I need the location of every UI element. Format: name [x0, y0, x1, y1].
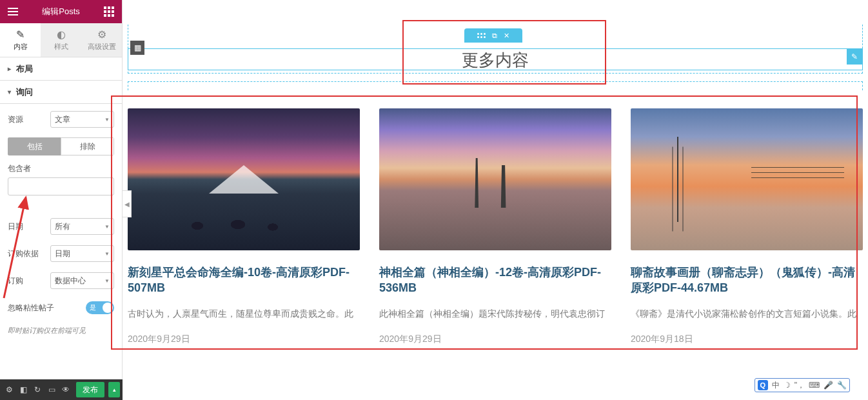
editor-canvas: ◀ ▦ ⧉ ✕ 更多内容 ✎ 新刻星平总会命海全编-10卷-高清原彩PDF-50… [123, 0, 868, 400]
heading-widget[interactable]: 更多内容 ✎ [128, 48, 863, 70]
select-value: 所有 [55, 221, 70, 232]
publish-options[interactable]: ▴ [108, 382, 120, 397]
settings-icon[interactable]: ⚙ [3, 383, 15, 396]
post-excerpt: 此神相全篇（神相全编）题宋代陈抟秘传，明代袁忠彻订 [379, 306, 611, 321]
tool-icon[interactable]: 🔧 [837, 381, 847, 390]
moon-icon[interactable]: ☽ [784, 381, 791, 390]
sidebar-footer: ⚙ ◧ ↻ ▭ 👁 发布 ▴ [0, 379, 123, 400]
source-label: 资源 [8, 114, 46, 125]
caret-down-icon: ▼ [104, 251, 110, 257]
section-query-body: 资源 文章 ▼ 包括 排除 包含者 日期 [0, 104, 122, 337]
post-date: 2020年9月29日 [379, 334, 611, 345]
ime-logo-icon[interactable]: Q [758, 380, 768, 390]
source-select[interactable]: 文章 ▼ [50, 111, 114, 128]
history-icon[interactable]: ↻ [31, 383, 44, 396]
chevron-right-icon: ▸ [8, 65, 11, 72]
publish-button[interactable]: 发布 [76, 382, 104, 397]
section-layout-head[interactable]: ▸ 布局 [0, 57, 122, 81]
date-select[interactable]: 所有 ▼ [50, 218, 114, 235]
publish-label: 发布 [83, 385, 98, 395]
post-excerpt: 古时认为，人禀星气而生，随星位尊卑而成贵贱之命。此 [128, 306, 360, 321]
section-label: 布局 [16, 63, 33, 75]
ime-toolbar[interactable]: Q 中 ☽ "， ⌨ 🎤 🔧 [755, 378, 850, 392]
caret-down-icon: ▼ [104, 224, 110, 230]
orderby-select[interactable]: 日期 ▼ [50, 245, 114, 262]
post-title[interactable]: 新刻星平总会命海全编-10卷-高清原彩PDF-507MB [128, 265, 360, 296]
widget-edit-handle: ⧉ ✕ [464, 28, 522, 43]
include-exclude-group: 包括 排除 [8, 137, 114, 155]
section-outline-2 [128, 81, 863, 90]
tab-label: 样式 [54, 42, 68, 52]
preview-icon[interactable]: 👁 [59, 383, 72, 396]
hamburger-icon [8, 8, 18, 15]
drag-icon[interactable] [477, 33, 486, 38]
caret-down-icon: ▼ [104, 117, 110, 123]
gear-icon: ⚙ [97, 28, 106, 41]
edit-heading-button[interactable]: ✎ [847, 49, 862, 65]
responsive-icon[interactable]: ▭ [45, 383, 58, 396]
by-label: 包含者 [8, 163, 114, 174]
tab-label: 高级设置 [88, 42, 116, 52]
caret-down-icon: ▼ [104, 278, 110, 284]
heading-text: 更多内容 [128, 49, 862, 71]
tab-style[interactable]: ◐ 样式 [41, 23, 81, 57]
order-select[interactable]: 数据中心 ▼ [50, 272, 114, 289]
sticky-toggle[interactable]: 是 [86, 301, 114, 314]
post-date: 2020年9月18日 [631, 334, 863, 345]
section-label: 询问 [16, 86, 33, 98]
menu-button[interactable] [0, 0, 26, 23]
mic-icon[interactable]: 🎤 [824, 381, 833, 390]
editor-sidebar: 编辑Posts ✎ 内容 ◐ 样式 ⚙ 高级设置 ▸ 布局 ▾ 询问 资源 [0, 0, 123, 400]
post-date: 2020年9月29日 [128, 334, 360, 345]
post-title[interactable]: 聊斋故事画册（聊斋志异）（鬼狐传）-高清原彩PDF-44.67MB [631, 265, 863, 296]
chevron-down-icon: ▾ [8, 88, 11, 95]
tab-content[interactable]: ✎ 内容 [0, 23, 41, 57]
apps-button[interactable] [96, 0, 122, 23]
column-handle[interactable]: ▦ [130, 41, 144, 55]
sticky-note: 即时贴订购仅在前端可见 [8, 325, 114, 337]
select-value: 文章 [55, 114, 70, 125]
select-value: 日期 [55, 248, 70, 259]
post-thumbnail [128, 108, 360, 250]
keyboard-icon[interactable]: ⌨ [809, 381, 820, 390]
toggle-label: 是 [86, 303, 96, 312]
post-card[interactable]: 聊斋故事画册（聊斋志异）（鬼狐传）-高清原彩PDF-44.67MB 《聊斋》是清… [631, 108, 863, 345]
section-query-head[interactable]: ▾ 询问 [0, 81, 122, 104]
by-input[interactable] [8, 177, 114, 195]
posts-grid: 新刻星平总会命海全编-10卷-高清原彩PDF-507MB 古时认为，人禀星气而生… [128, 108, 863, 345]
navigator-icon[interactable]: ◧ [17, 383, 30, 396]
select-value: 数据中心 [55, 275, 86, 286]
post-card[interactable]: 新刻星平总会命海全编-10卷-高清原彩PDF-507MB 古时认为，人禀星气而生… [128, 108, 360, 345]
contrast-icon: ◐ [57, 28, 66, 41]
order-label: 订购 [8, 275, 46, 286]
tab-advanced[interactable]: ⚙ 高级设置 [81, 23, 122, 57]
exclude-button[interactable]: 排除 [61, 137, 114, 155]
ime-punct[interactable]: "， [794, 380, 805, 391]
toggle-knob [103, 303, 113, 313]
include-button[interactable]: 包括 [8, 137, 61, 155]
orderby-label: 订购依据 [8, 248, 46, 259]
widget-title: 编辑Posts [26, 6, 96, 17]
close-icon[interactable]: ✕ [504, 32, 509, 40]
sidebar-header: 编辑Posts [0, 0, 122, 23]
post-card[interactable]: 神相全篇（神相全编）-12卷-高清原彩PDF-536MB 此神相全篇（神相全编）… [379, 108, 611, 345]
ime-lang[interactable]: 中 [772, 380, 780, 391]
editor-tabs: ✎ 内容 ◐ 样式 ⚙ 高级设置 [0, 23, 122, 57]
post-excerpt: 《聊斋》是清代小说家蒲松龄创作的文言短篇小说集。此 [631, 306, 863, 321]
apps-grid-icon [104, 6, 114, 17]
panel-collapse-handle[interactable]: ◀ [123, 190, 132, 217]
post-thumbnail [379, 108, 611, 250]
date-label: 日期 [8, 221, 46, 232]
sticky-label: 忽略粘性帖子 [8, 303, 82, 314]
post-title[interactable]: 神相全篇（神相全编）-12卷-高清原彩PDF-536MB [379, 265, 611, 296]
pencil-icon: ✎ [16, 28, 25, 41]
tab-label: 内容 [14, 42, 28, 52]
duplicate-icon[interactable]: ⧉ [492, 32, 497, 40]
post-thumbnail [631, 108, 863, 250]
